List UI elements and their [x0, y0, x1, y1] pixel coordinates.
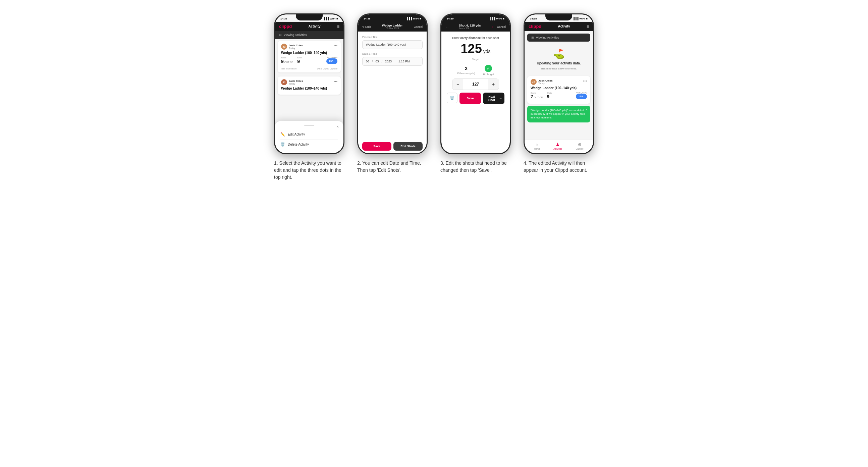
- yardage-display: 125 yds: [461, 42, 490, 55]
- stepper-minus[interactable]: −: [453, 79, 463, 90]
- card-title-1: Wedge Ladder (100–140 yds): [281, 51, 337, 55]
- outof-1: OUT OF: [284, 61, 293, 63]
- caption-2: 2. You can edit Date and Time. Then tap …: [357, 160, 428, 174]
- activities-label: Activities: [553, 148, 562, 150]
- avatar-4: JC: [531, 79, 537, 85]
- nav-activities[interactable]: ♟ Activities: [553, 142, 562, 150]
- status-icons-1: ▐▐▐ WiFi ■: [323, 17, 338, 20]
- difference-value: 2: [465, 66, 468, 71]
- viewing-banner-1: ⊞ Viewing Activities: [275, 31, 343, 39]
- three-dots-2[interactable]: •••: [333, 79, 337, 83]
- time-2: 14:38: [364, 17, 370, 20]
- filter-icon-1: ⊞: [279, 33, 282, 37]
- user-date-4: Today: [538, 82, 553, 85]
- nav-sub-2: 06 Mar 2023: [382, 27, 403, 30]
- phone-2: 14:38 ▐▐▐ WiFi ■ < Back Wedge Ladder 06 …: [357, 13, 428, 154]
- time-1: 14:38: [280, 17, 287, 20]
- toast-message: "Wedge Ladder (100–140 yds)" was updated…: [531, 109, 585, 119]
- sq-badge-1: 130: [326, 58, 337, 64]
- shot-counter: Shot 6, 125 yds: [459, 24, 481, 27]
- shot-stats-row: 2 Difference (yds) ✓ Hit Target: [458, 65, 494, 76]
- trash-icon: 🗑️: [280, 142, 285, 147]
- next-shot-label: Next Shot: [485, 95, 498, 102]
- card-stats-1: Score 9 OUT OF Shots 9: [281, 56, 337, 64]
- carry-bold: carry distance: [460, 36, 480, 39]
- avatar-1: JC: [281, 43, 287, 50]
- notch-1: [296, 14, 323, 21]
- arrow-right-icon: →: [499, 97, 502, 100]
- delete-activity-item[interactable]: 🗑️ Delete Activity: [280, 139, 338, 149]
- signal-2: ▐▐▐: [406, 17, 412, 20]
- stepper-value[interactable]: 127: [463, 80, 488, 89]
- date-time-input[interactable]: 06 / 03 / 2023 1:13 PM: [362, 57, 423, 66]
- back-btn-2[interactable]: < Back: [362, 25, 371, 29]
- save-button-2[interactable]: Save: [362, 142, 392, 151]
- delete-shot-btn[interactable]: 🗑️: [447, 93, 458, 103]
- back-nav-2: < Back Wedge Ladder 06 Mar 2023 Cancel: [358, 22, 427, 32]
- date-day: 06: [366, 60, 369, 63]
- date-year: 2023: [385, 60, 392, 63]
- stepper-plus[interactable]: +: [488, 79, 499, 90]
- edit-activity-item[interactable]: ✏️ Edit Activity: [280, 129, 338, 139]
- user-date-1: Today: [289, 47, 303, 49]
- toast-close-btn[interactable]: ×: [586, 107, 588, 112]
- score-value-1: 9: [281, 59, 284, 64]
- wifi-3: WiFi: [496, 17, 502, 20]
- three-dots-1[interactable]: •••: [333, 43, 337, 48]
- shots-value-4: 9: [547, 94, 549, 99]
- prev-shot-btn[interactable]: ←: [445, 24, 450, 30]
- card-title-4: Wedge Ladder (100–140 yds): [531, 86, 587, 90]
- user-info-1: JC Josh Coles Today: [281, 43, 303, 50]
- next-shot-btn[interactable]: Next Shot →: [483, 93, 504, 104]
- notch-3: [462, 14, 489, 21]
- update-title: Updating your activity data.: [537, 61, 581, 65]
- notch-4: [545, 14, 572, 21]
- phone-1-screen: 14:38 ▐▐▐ WiFi ■ clippd Activity ≡: [275, 14, 343, 153]
- phone-1-column: 14:38 ▐▐▐ WiFi ■ clippd Activity ≡: [272, 13, 346, 181]
- hamburger-icon-1[interactable]: ≡: [337, 25, 339, 29]
- cancel-btn-3[interactable]: Cancel: [497, 25, 506, 29]
- caption-4: 4. The edited Activity will then appear …: [524, 160, 594, 174]
- time-4: 14:38: [530, 17, 537, 20]
- three-dots-4[interactable]: •••: [583, 79, 587, 83]
- save-shot-btn[interactable]: Save: [460, 93, 481, 104]
- phones-row: 14:38 ▐▐▐ WiFi ■ clippd Activity ≡: [272, 13, 596, 181]
- hit-target-stat: ✓ Hit Target: [483, 65, 494, 76]
- footer-left-1: Test Information: [281, 67, 297, 70]
- phone-4-column: 14:38 ▐▐▐ WiFi ■ clippd Activity ≡: [522, 13, 596, 174]
- home-label: Home: [534, 148, 540, 150]
- input-stepper: − 127 +: [452, 79, 499, 90]
- signal-4: ▐▐▐: [572, 17, 578, 20]
- next-shot-nav-btn[interactable]: →: [490, 24, 494, 30]
- difference-stat: 2 Difference (yds): [458, 66, 475, 75]
- battery-3: ■: [503, 17, 504, 20]
- sq-badge-4: 118: [576, 94, 587, 99]
- logo-4: clippd: [529, 24, 541, 29]
- form-2: Practice Title Wedge Ladder (100–140 yds…: [358, 32, 427, 153]
- practice-title-input[interactable]: Wedge Ladder (100–140 yds): [362, 40, 423, 49]
- battery-4: ■: [586, 17, 588, 20]
- user-info-4: JC Josh Coles Today: [531, 79, 553, 85]
- yardage-number: 125: [461, 42, 482, 55]
- phone-4: 14:38 ▐▐▐ WiFi ■ clippd Activity ≡: [524, 13, 594, 154]
- header-title-1: Activity: [309, 25, 321, 28]
- user-info-2: JC Josh Coles Today: [281, 79, 303, 85]
- wifi-icon: WiFi: [330, 17, 335, 20]
- phone-3-column: 14:39 ▐▐▐ WiFi ■ ← Shot 6, 125 yds Score…: [439, 13, 513, 174]
- cancel-btn-2[interactable]: Cancel: [414, 25, 423, 29]
- sheet-close-icon[interactable]: ×: [336, 124, 339, 129]
- nav-capture[interactable]: ⊕ Capture: [576, 142, 584, 150]
- header-title-4: Activity: [558, 25, 570, 28]
- edit-shots-button[interactable]: Edit Shots: [394, 142, 423, 151]
- user-name-2: Josh Coles: [289, 80, 303, 83]
- viewing-banner-4: ⊞ Viewing Activities: [527, 34, 590, 41]
- nav-home[interactable]: ⌂ Home: [534, 142, 540, 150]
- hamburger-icon-4[interactable]: ≡: [587, 25, 589, 29]
- update-subtitle: This may take a few moments.: [541, 67, 577, 70]
- wifi-2: WiFi: [413, 17, 418, 20]
- phone-3-screen: 14:39 ▐▐▐ WiFi ■ ← Shot 6, 125 yds Score…: [441, 14, 510, 153]
- update-banner: ⛳ Updating your activity data. This may …: [525, 41, 593, 74]
- card-stats-4: Score 7 OUT OF Shots 9: [531, 92, 587, 99]
- score-value-4: 7: [531, 94, 533, 99]
- user-date-2: Today: [289, 83, 303, 85]
